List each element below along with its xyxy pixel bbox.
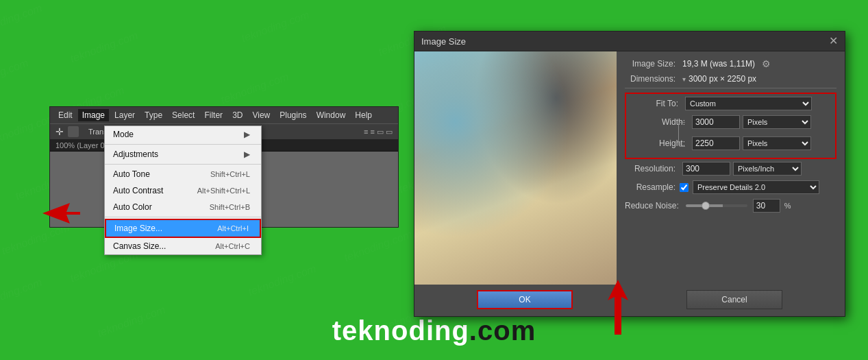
auto-tone-item[interactable]: Auto Tone Shift+Ctrl+L — [105, 166, 261, 182]
dialog-title: Image Size — [421, 36, 466, 47]
adjustments-item[interactable]: Adjustments ▶ — [105, 146, 261, 163]
auto-contrast-shortcut: Alt+Shift+Ctrl+L — [197, 187, 250, 195]
height-input[interactable] — [692, 136, 740, 150]
menu-image[interactable]: Image — [78, 109, 109, 121]
fit-to-label: Fit To: — [628, 99, 682, 108]
resample-label: Resample: — [625, 182, 675, 192]
resolution-row: Resolution: Pixels/Inch — [625, 162, 836, 176]
auto-color-shortcut: Shift+Ctrl+B — [210, 203, 250, 211]
canvas-size-shortcut: Alt+Ctrl+C — [215, 242, 250, 250]
dialog-buttons: OK Cancel — [414, 285, 845, 316]
close-button[interactable]: ✕ — [829, 36, 838, 47]
resample-checkbox[interactable] — [680, 183, 689, 192]
menu-select[interactable]: Select — [168, 109, 199, 121]
width-row: Width: Pixels — [634, 115, 834, 129]
svg-marker-1 — [608, 280, 628, 335]
fit-to-row: Fit To: Custom — [628, 97, 834, 110]
brand-tekno: teknoding — [332, 315, 469, 346]
reduce-noise-unit: % — [784, 202, 791, 210]
menu-filter[interactable]: Filter — [200, 109, 227, 121]
resolution-label: Resolution: — [625, 164, 680, 173]
main-content: Edit Image Layer Type Select Filter 3D V… — [0, 0, 868, 360]
auto-color-item[interactable]: Auto Color Shift+Ctrl+B — [105, 199, 261, 215]
menu-help[interactable]: Help — [351, 109, 376, 121]
resample-select[interactable]: Preserve Details 2.0 — [693, 180, 819, 194]
menu-plugins[interactable]: Plugins — [275, 109, 310, 121]
fit-to-select[interactable]: Custom — [685, 97, 812, 110]
dimensions-value: 3000 px × 2250 px — [689, 74, 756, 84]
reduce-noise-value-input[interactable] — [753, 199, 780, 213]
canvas-size-item[interactable]: Canvas Size... Alt+Ctrl+C — [105, 238, 261, 254]
resample-row: Resample: Preserve Details 2.0 — [625, 180, 836, 194]
dialog-controls: Image Size: 19,3 M (was 1,11M) ⚙ Dimensi… — [617, 51, 845, 285]
mode-label: Mode — [113, 130, 134, 139]
resolution-input[interactable] — [682, 162, 730, 176]
divider-2 — [105, 164, 261, 165]
width-unit-select[interactable]: Pixels — [743, 115, 811, 129]
menu-layer[interactable]: Layer — [110, 109, 139, 121]
image-size-dialog: Image Size ✕ Image Size: 19,3 M (was 1,1… — [414, 31, 845, 317]
dialog-body: Image Size: 19,3 M (was 1,11M) ⚙ Dimensi… — [414, 51, 845, 285]
height-unit-select[interactable]: Pixels — [743, 136, 811, 150]
image-size-value: 19,3 M (was 1,11M) — [682, 59, 755, 69]
brand: teknoding.com — [332, 315, 536, 346]
resolution-unit-select[interactable]: Pixels/Inch — [733, 162, 802, 176]
reduce-noise-row: Reduce Noise: % — [625, 199, 836, 213]
dialog-preview — [414, 51, 617, 285]
mode-arrow-icon: ▶ — [244, 130, 250, 139]
bottom-arrow — [608, 280, 628, 335]
auto-contrast-item[interactable]: Auto Contrast Alt+Shift+Ctrl+L — [105, 182, 261, 199]
brand-suffix: .com — [469, 315, 536, 346]
separator-1 — [625, 88, 836, 88]
menu-bar: Edit Image Layer Type Select Filter 3D V… — [50, 107, 398, 123]
menu-3d[interactable]: 3D — [228, 109, 247, 121]
left-arrow — [42, 203, 84, 224]
auto-tone-shortcut: Shift+Ctrl+L — [210, 170, 250, 178]
menu-window[interactable]: Window — [312, 109, 350, 121]
adjustments-label: Adjustments — [113, 149, 158, 159]
cancel-button[interactable]: Cancel — [686, 290, 782, 309]
chain-link-container — [678, 121, 685, 148]
image-size-item[interactable]: Image Size... Alt+Ctrl+I — [105, 219, 261, 238]
width-input[interactable] — [692, 115, 740, 129]
mode-item[interactable]: Mode ▶ — [105, 126, 261, 143]
chevron-icon[interactable]: ▾ — [682, 75, 686, 83]
image-dropdown-menu: Mode ▶ Adjustments ▶ Auto Tone Shift+Ctr… — [104, 125, 262, 255]
ok-button[interactable]: OK — [477, 290, 573, 309]
reduce-noise-slider[interactable] — [686, 204, 747, 207]
chain-link-icon — [678, 122, 685, 147]
svg-marker-0 — [42, 203, 80, 224]
image-size-shortcut: Alt+Ctrl+I — [217, 224, 249, 232]
reduce-noise-label: Reduce Noise: — [625, 201, 683, 211]
preview-image — [414, 51, 617, 285]
adjustments-arrow-icon: ▶ — [244, 149, 250, 159]
dimensions-label: Dimensions: — [625, 74, 680, 84]
image-size-field-label: Image Size: — [625, 59, 680, 69]
menu-edit[interactable]: Edit — [54, 109, 77, 121]
divider-3 — [105, 217, 261, 217]
dimensions-row: Dimensions: ▾ 3000 px × 2250 px — [625, 74, 836, 84]
options-icons: ≡ ≡ ▭ ▭ — [364, 128, 393, 136]
gear-icon[interactable]: ⚙ — [762, 58, 771, 69]
image-size-label: Image Size... — [114, 224, 162, 233]
auto-color-label: Auto Color — [113, 202, 152, 212]
move-icon: ✛ — [55, 126, 64, 137]
auto-contrast-label: Auto Contrast — [113, 186, 163, 195]
auto-tone-label: Auto Tone — [113, 169, 150, 179]
divider-1 — [105, 144, 261, 145]
options-icon-1 — [68, 126, 79, 137]
canvas-size-label: Canvas Size... — [113, 241, 166, 251]
image-size-row: Image Size: 19,3 M (was 1,11M) ⚙ — [625, 58, 836, 69]
menu-view[interactable]: View — [248, 109, 274, 121]
menu-type[interactable]: Type — [140, 109, 166, 121]
dialog-titlebar: Image Size ✕ — [414, 32, 845, 51]
height-row: Height: Pixels — [634, 136, 834, 150]
